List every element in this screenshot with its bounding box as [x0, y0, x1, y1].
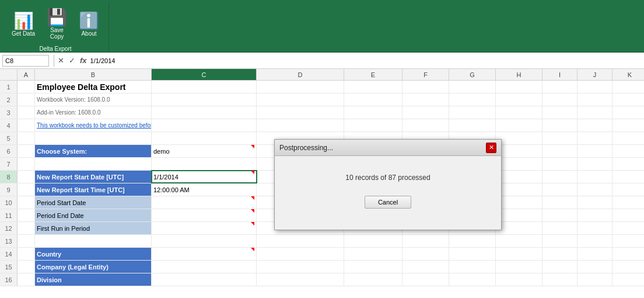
cell-e1[interactable]	[344, 81, 402, 93]
cell-e15[interactable]	[344, 261, 402, 273]
cell-a9[interactable]	[18, 183, 35, 196]
confirm-icon[interactable]: ✓	[68, 56, 76, 65]
cell-k4[interactable]	[612, 119, 644, 131]
cell-g16[interactable]	[449, 273, 496, 286]
col-header-i[interactable]: I	[542, 69, 578, 80]
cell-e16[interactable]	[344, 273, 402, 286]
dialog-cancel-button[interactable]: Cancel	[365, 196, 411, 209]
cell-f16[interactable]	[402, 273, 449, 286]
cell-j8[interactable]	[578, 171, 612, 183]
cell-c8[interactable]: 1/1/2014	[152, 171, 257, 183]
cell-f13[interactable]	[402, 235, 449, 247]
cell-g15[interactable]	[449, 261, 496, 273]
cell-j3[interactable]	[578, 106, 612, 119]
cell-h3[interactable]	[496, 106, 542, 119]
cell-c15[interactable]	[152, 261, 257, 273]
cell-b5[interactable]	[35, 132, 152, 144]
cell-k3[interactable]	[612, 106, 644, 119]
cell-b14[interactable]: Country	[35, 248, 152, 260]
cell-h16[interactable]	[496, 273, 542, 286]
cell-i8[interactable]	[542, 171, 578, 183]
cell-g2[interactable]	[449, 93, 496, 106]
cell-h15[interactable]	[496, 261, 542, 273]
name-box[interactable]	[2, 55, 49, 67]
cell-d16[interactable]	[257, 273, 344, 286]
col-header-g[interactable]: G	[449, 69, 496, 80]
col-header-k[interactable]: K	[612, 69, 644, 80]
col-header-b[interactable]: B	[35, 69, 152, 80]
cell-k6[interactable]	[612, 145, 644, 157]
cell-h9[interactable]	[496, 183, 542, 196]
cell-f2[interactable]	[402, 93, 449, 106]
cell-h14[interactable]	[496, 248, 542, 260]
cell-a1[interactable]	[18, 81, 35, 93]
cell-j9[interactable]	[578, 183, 612, 196]
cell-j11[interactable]	[578, 209, 612, 221]
cell-a7[interactable]	[18, 158, 35, 170]
cell-i6[interactable]	[542, 145, 578, 157]
cell-c16[interactable]	[152, 273, 257, 286]
cell-d1[interactable]	[257, 81, 344, 93]
cell-k5[interactable]	[612, 132, 644, 144]
cell-i9[interactable]	[542, 183, 578, 196]
cancel-icon[interactable]: ✕	[57, 56, 65, 65]
cell-a10[interactable]	[18, 196, 35, 209]
cell-e14[interactable]	[344, 248, 402, 260]
cell-i10[interactable]	[542, 196, 578, 209]
col-header-c[interactable]: C	[152, 69, 257, 80]
cell-c3[interactable]	[152, 106, 257, 119]
cell-g14[interactable]	[449, 248, 496, 260]
cell-b1[interactable]: Employee Delta Export	[35, 81, 152, 93]
cell-b6[interactable]: Choose System:	[35, 145, 152, 157]
cell-h10[interactable]	[496, 196, 542, 209]
cell-k9[interactable]	[612, 183, 644, 196]
cell-g1[interactable]	[449, 81, 496, 93]
cell-e4[interactable]	[344, 119, 402, 131]
cell-d3[interactable]	[257, 106, 344, 119]
cell-h5[interactable]	[496, 132, 542, 144]
cell-j4[interactable]	[578, 119, 612, 131]
cell-f15[interactable]	[402, 261, 449, 273]
cell-g13[interactable]	[449, 235, 496, 247]
cell-j1[interactable]	[578, 81, 612, 93]
col-header-f[interactable]: F	[402, 69, 449, 80]
cell-h1[interactable]	[496, 81, 542, 93]
cell-f1[interactable]	[402, 81, 449, 93]
cell-d13[interactable]	[257, 235, 344, 247]
cell-c10[interactable]	[152, 196, 257, 209]
cell-j16[interactable]	[578, 273, 612, 286]
cell-h7[interactable]	[496, 158, 542, 170]
cell-b9[interactable]: New Report Start Time [UTC]	[35, 183, 152, 196]
cell-c6[interactable]: demo	[152, 145, 257, 157]
cell-i13[interactable]	[542, 235, 578, 247]
col-header-j[interactable]: J	[578, 69, 612, 80]
cell-b16[interactable]: Division	[35, 273, 152, 286]
cell-b13[interactable]	[35, 235, 152, 247]
cell-d4[interactable]	[257, 119, 344, 131]
cell-j7[interactable]	[578, 158, 612, 170]
cell-h6[interactable]	[496, 145, 542, 157]
cell-i14[interactable]	[542, 248, 578, 260]
cell-k7[interactable]	[612, 158, 644, 170]
cell-b4[interactable]: This workbook needs to be customized bef…	[35, 119, 152, 131]
cell-b15[interactable]: Company (Legal Entity)	[35, 261, 152, 273]
cell-h12[interactable]	[496, 222, 542, 234]
cell-c1[interactable]	[152, 81, 257, 93]
cell-i7[interactable]	[542, 158, 578, 170]
cell-k12[interactable]	[612, 222, 644, 234]
cell-b12[interactable]: First Run in Period	[35, 222, 152, 234]
cell-a15[interactable]	[18, 261, 35, 273]
cell-g4[interactable]	[449, 119, 496, 131]
cell-j10[interactable]	[578, 196, 612, 209]
about-button[interactable]: ℹ️ About	[74, 5, 104, 44]
cell-a12[interactable]	[18, 222, 35, 234]
cell-c14[interactable]	[152, 248, 257, 260]
cell-i1[interactable]	[542, 81, 578, 93]
cell-j13[interactable]	[578, 235, 612, 247]
cell-c2[interactable]	[152, 93, 257, 106]
cell-k14[interactable]	[612, 248, 644, 260]
cell-h13[interactable]	[496, 235, 542, 247]
cell-f4[interactable]	[402, 119, 449, 131]
cell-b11[interactable]: Period End Date	[35, 209, 152, 221]
cell-j6[interactable]	[578, 145, 612, 157]
